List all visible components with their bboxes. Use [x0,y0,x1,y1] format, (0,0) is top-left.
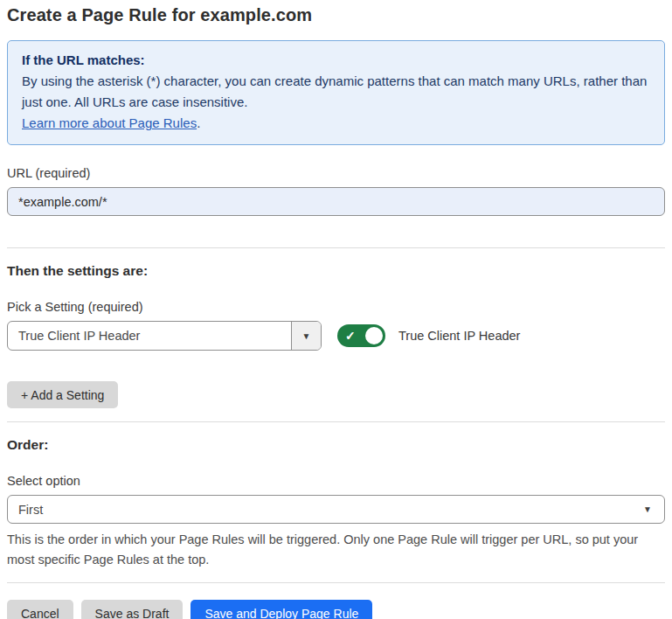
order-select[interactable]: First ▼ [7,495,665,524]
url-input[interactable] [7,187,665,216]
check-icon: ✓ [345,330,356,342]
setting-select-value: True Client IP Header [8,322,291,350]
info-box-heading: If the URL matches: [22,50,650,71]
order-section-heading: Order: [7,437,665,453]
order-select-value: First [8,496,643,523]
info-box-body: By using the asterisk (*) character, you… [22,71,650,113]
add-setting-button[interactable]: + Add a Setting [7,381,118,408]
page-title: Create a Page Rule for example.com [7,5,665,25]
toggle-label: True Client IP Header [398,329,520,343]
toggle-knob [365,327,383,344]
section-divider [7,421,665,422]
chevron-down-icon[interactable]: ▼ [291,322,321,350]
settings-section-heading: Then the settings are: [7,263,665,279]
pick-setting-label: Pick a Setting (required) [7,300,665,314]
link-period: . [197,115,200,130]
cancel-button[interactable]: Cancel [7,600,73,619]
page-rule-form: Create a Page Rule for example.com If th… [0,0,672,619]
setting-row: True Client IP Header ▼ ✓ True Client IP… [7,321,665,351]
url-field-label: URL (required) [7,166,665,180]
order-help-text: This is the order in which your Page Rul… [7,530,665,570]
footer-buttons: Cancel Save as Draft Save and Deploy Pag… [7,600,665,619]
section-divider [7,247,665,248]
setting-select[interactable]: True Client IP Header ▼ [7,321,322,351]
save-as-draft-button[interactable]: Save as Draft [81,600,184,619]
save-and-deploy-button[interactable]: Save and Deploy Page Rule [191,600,372,619]
footer-divider [7,582,665,583]
setting-toggle[interactable]: ✓ [337,324,385,347]
info-box-link-line: Learn more about Page Rules. [22,113,650,134]
chevron-down-icon: ▼ [643,496,664,523]
order-select-label: Select option [7,474,665,488]
url-match-info-box: If the URL matches: By using the asteris… [7,40,665,145]
learn-more-link[interactable]: Learn more about Page Rules [22,115,197,130]
